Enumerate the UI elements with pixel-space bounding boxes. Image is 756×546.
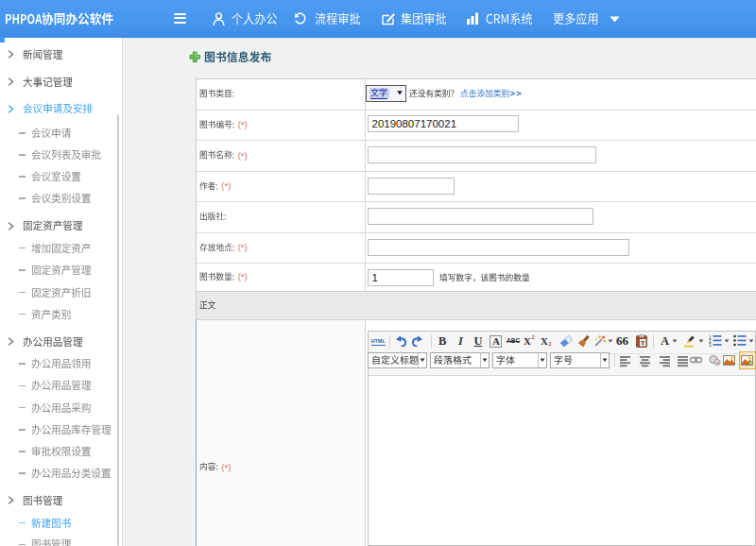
svg-text:T: T <box>641 339 645 347</box>
svg-text:3: 3 <box>709 343 712 347</box>
